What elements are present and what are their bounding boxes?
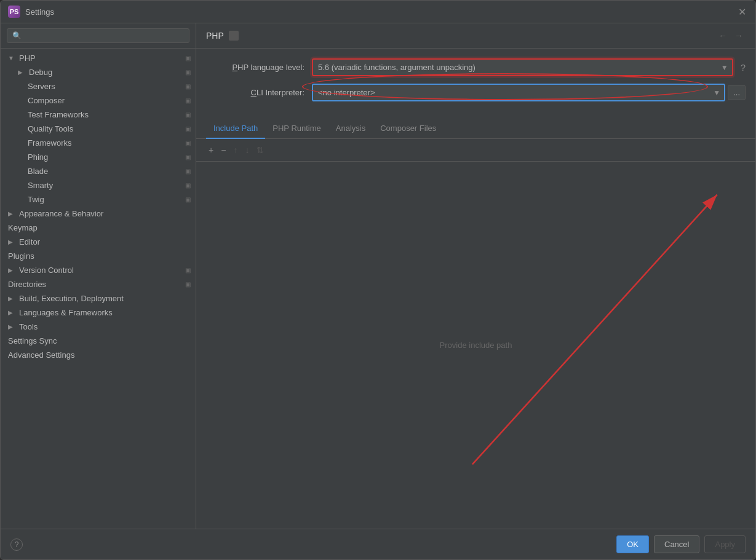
sidebar-item-languages[interactable]: ▶ Languages & Frameworks [1,306,196,320]
sidebar-item-label: Keymap [8,223,38,232]
sidebar-item-label: Plugins [8,251,34,261]
sidebar-item-smarty[interactable]: Smarty ▣ [1,178,196,192]
settings-icon: ▣ [185,267,191,274]
sidebar-item-settings-sync[interactable]: Settings Sync [1,334,196,348]
interpreter-browse-button[interactable]: ... [728,85,746,100]
ok-button[interactable]: OK [616,535,649,553]
sidebar-item-appearance[interactable]: ▶ Appearance & Behavior [1,207,196,221]
add-button[interactable]: + [206,144,216,156]
include-path-content: Provide include path [196,162,755,529]
language-level-select-container: 5.6 (variadic functions, argument unpack… [312,58,733,76]
footer-right: OK Cancel Apply [616,535,746,553]
sort-button[interactable]: ⇅ [254,144,266,156]
close-button[interactable]: ✕ [736,6,748,18]
title-bar-left: PS Settings [8,6,54,18]
sidebar-item-phing[interactable]: Phing ▣ [1,150,196,164]
sidebar-item-label: Blade [28,167,48,176]
settings-icon: ▣ [185,55,191,61]
svg-line-1 [472,195,717,465]
panel-icon [229,31,239,41]
search-input[interactable] [7,28,189,43]
sidebar-item-label: Languages & Frameworks [19,308,113,317]
chevron-right-icon: ▶ [8,323,15,330]
sidebar-item-quality-tools[interactable]: Quality Tools ▣ [1,122,196,136]
sidebar-item-blade[interactable]: Blade ▣ [1,164,196,178]
sidebar-item-directories[interactable]: Directories ▣ [1,277,196,291]
sidebar-item-editor[interactable]: ▶ Editor [1,235,196,249]
chevron-right-icon: ▶ [8,239,15,245]
chevron-right-icon: ▶ [8,309,15,316]
tabs-bar: Include Path PHP Runtime Analysis Compos… [196,119,755,139]
sidebar-item-label: Settings Sync [8,336,57,345]
sidebar-item-label: Editor [19,237,40,246]
chevron-right-icon: ▶ [8,210,15,217]
language-level-row: PHP language level: 5.6 (variadic functi… [206,58,746,76]
tab-include-path[interactable]: Include Path [206,119,265,139]
sidebar-item-keymap[interactable]: Keymap [1,221,196,235]
footer: ? OK Cancel Apply [1,529,755,559]
sidebar-item-php[interactable]: ▼ PHP ▣ [1,51,196,65]
label-text: CLI Interpreter: [251,88,304,97]
sidebar-item-label: Debug [29,68,52,77]
chevron-right-icon: ▶ [8,295,15,302]
help-icon[interactable]: ? [741,62,746,73]
sidebar-items: ▼ PHP ▣ ▶ Debug ▣ Servers ▣ Composer [1,49,196,529]
remove-button[interactable]: − [218,144,228,156]
cli-interpreter-row: CLI Interpreter: <no interpreter> ▼ ... [206,84,746,101]
sidebar-item-label: Build, Execution, Deployment [19,294,124,303]
settings-icon: ▣ [185,125,191,132]
sidebar-item-tools[interactable]: ▶ Tools [1,320,196,334]
settings-icon: ▣ [185,182,191,189]
main-content: ▼ PHP ▣ ▶ Debug ▣ Servers ▣ Composer [1,23,755,529]
sidebar-item-debug[interactable]: ▶ Debug ▣ [1,65,196,79]
tab-label: Analysis [336,124,365,133]
back-button[interactable]: ← [716,30,730,42]
sidebar-item-label: Version Control [19,266,74,275]
help-button[interactable]: ? [10,538,23,551]
sidebar-item-twig[interactable]: Twig ▣ [1,192,196,207]
sidebar-item-label: Composer [28,96,65,105]
sidebar-item-label: Appearance & Behavior [19,209,103,218]
chevron-down-icon: ▼ [8,55,15,61]
cli-label: CLI Interpreter: [206,88,304,97]
sidebar-item-label: Phing [28,152,48,162]
settings-icon: ▣ [185,69,191,76]
sidebar-item-build[interactable]: ▶ Build, Execution, Deployment [1,291,196,306]
settings-icon: ▣ [185,154,191,160]
settings-icon: ▣ [185,97,191,104]
language-level-select[interactable]: 5.6 (variadic functions, argument unpack… [312,58,733,76]
forward-button[interactable]: → [732,30,746,42]
sidebar-item-label: Quality Tools [28,124,73,133]
sidebar-item-test-frameworks[interactable]: Test Frameworks ▣ [1,108,196,122]
sidebar-item-frameworks[interactable]: Frameworks ▣ [1,136,196,150]
content-toolbar: + − ↑ ↓ ⇅ [196,139,755,162]
sidebar-item-servers[interactable]: Servers ▣ [1,79,196,93]
interpreter-select-wrap: <no interpreter> ▼ [312,84,725,101]
sidebar-item-plugins[interactable]: Plugins [1,249,196,263]
tab-analysis[interactable]: Analysis [328,119,373,139]
search-box [1,23,196,49]
php-settings-section: PHP language level: 5.6 (variadic functi… [196,49,755,119]
tab-composer-files[interactable]: Composer Files [373,119,444,139]
move-down-button[interactable]: ↓ [242,144,252,156]
cli-interpreter-select[interactable]: <no interpreter> [312,84,725,101]
interpreter-row: <no interpreter> ▼ ... [312,84,746,101]
move-up-button[interactable]: ↑ [231,144,240,156]
sidebar-item-composer[interactable]: Composer ▣ [1,93,196,108]
settings-icon: ▣ [185,168,191,175]
sidebar-item-label: Directories [8,280,46,289]
sidebar-item-advanced-settings[interactable]: Advanced Settings [1,348,196,362]
cancel-button[interactable]: Cancel [654,535,699,553]
label-text: PHP language level: [232,63,304,72]
settings-icon: ▣ [185,281,191,288]
placeholder-text: Provide include path [440,341,512,350]
tab-php-runtime[interactable]: PHP Runtime [265,119,328,139]
apply-button[interactable]: Apply [704,535,746,553]
footer-left: ? [10,538,23,551]
language-level-label: PHP language level: [206,63,304,72]
sidebar-item-version-control[interactable]: ▶ Version Control ▣ [1,263,196,277]
sidebar-item-label: Twig [28,195,44,204]
sidebar-item-label: Servers [28,82,55,91]
panel-title: PHP [206,31,239,41]
settings-icon: ▣ [185,140,191,146]
